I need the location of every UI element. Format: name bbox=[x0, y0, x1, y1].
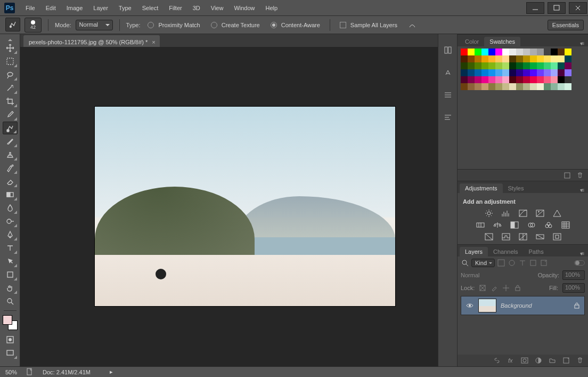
swatch[interactable] bbox=[495, 49, 502, 55]
tab-styles[interactable]: Styles bbox=[503, 183, 529, 193]
swatch[interactable] bbox=[468, 62, 475, 69]
pressure-icon[interactable] bbox=[405, 21, 420, 29]
swatch[interactable] bbox=[461, 62, 468, 69]
swatch[interactable] bbox=[523, 69, 530, 76]
dock-icon[interactable] bbox=[444, 68, 452, 78]
filter-type-icon[interactable] bbox=[518, 259, 527, 267]
toolbox-collapse[interactable] bbox=[0, 36, 20, 42]
swatch[interactable] bbox=[509, 49, 516, 55]
move-tool[interactable] bbox=[3, 42, 18, 54]
fill-input[interactable]: 100% bbox=[562, 283, 585, 293]
swatch[interactable] bbox=[558, 83, 565, 90]
swatch[interactable] bbox=[551, 62, 558, 69]
marquee-tool[interactable] bbox=[3, 55, 18, 68]
tab-channels[interactable]: Channels bbox=[488, 247, 523, 256]
swatch[interactable] bbox=[565, 62, 571, 69]
swatch[interactable] bbox=[551, 55, 558, 62]
menu-edit[interactable]: Edit bbox=[40, 2, 61, 14]
adj-threshold-icon[interactable] bbox=[518, 232, 528, 241]
close-tab-icon[interactable]: × bbox=[152, 39, 155, 45]
swatch[interactable] bbox=[544, 83, 551, 90]
swatch[interactable] bbox=[468, 69, 475, 76]
gradient-tool[interactable] bbox=[3, 188, 18, 201]
doc-size[interactable]: Doc: 2.41M/2.41M bbox=[43, 369, 91, 375]
new-swatch-icon[interactable] bbox=[564, 172, 571, 179]
current-tool-icon[interactable] bbox=[5, 18, 20, 31]
swatch[interactable] bbox=[544, 49, 551, 55]
swatch[interactable] bbox=[551, 76, 558, 83]
tab-color[interactable]: Color bbox=[460, 37, 484, 46]
swatch[interactable] bbox=[516, 49, 523, 55]
adj-balance-icon[interactable] bbox=[493, 221, 502, 229]
tab-layers[interactable]: Layers bbox=[460, 247, 488, 256]
swatch[interactable] bbox=[558, 76, 565, 83]
swatch[interactable] bbox=[516, 83, 523, 90]
swatch[interactable] bbox=[481, 62, 488, 69]
menu-image[interactable]: Image bbox=[61, 2, 88, 14]
layer-filter-kind[interactable]: Kind bbox=[471, 259, 495, 267]
foreground-color-swatch[interactable] bbox=[3, 315, 12, 325]
layer-row-background[interactable]: Background bbox=[461, 296, 585, 315]
swatch[interactable] bbox=[461, 69, 468, 76]
menu-type[interactable]: Type bbox=[113, 2, 137, 14]
swatch[interactable] bbox=[475, 55, 481, 62]
swatch[interactable] bbox=[516, 76, 523, 83]
swatch[interactable] bbox=[475, 76, 481, 83]
swatch[interactable] bbox=[495, 83, 502, 90]
swatch[interactable] bbox=[502, 69, 509, 76]
swatch[interactable] bbox=[481, 49, 488, 55]
layer-thumbnail[interactable] bbox=[478, 299, 496, 312]
swatch[interactable] bbox=[558, 62, 565, 69]
swatch[interactable] bbox=[468, 55, 475, 62]
radio-texture[interactable]: Create Texture bbox=[208, 22, 263, 28]
brush-tool[interactable] bbox=[3, 135, 18, 148]
tab-paths[interactable]: Paths bbox=[524, 247, 549, 256]
swatch[interactable] bbox=[530, 49, 537, 55]
adj-bw-icon[interactable] bbox=[510, 221, 519, 229]
workspace-switcher[interactable]: Essentials bbox=[548, 20, 584, 30]
swatch[interactable] bbox=[523, 83, 530, 90]
history-brush-tool[interactable] bbox=[3, 162, 18, 174]
swatch[interactable] bbox=[551, 69, 558, 76]
swatch[interactable] bbox=[537, 49, 544, 55]
menu-help[interactable]: Help bbox=[260, 2, 283, 14]
swatch[interactable] bbox=[537, 69, 544, 76]
swatch[interactable] bbox=[481, 55, 488, 62]
swatch[interactable] bbox=[502, 49, 509, 55]
blur-tool[interactable] bbox=[3, 202, 18, 214]
swatch[interactable] bbox=[530, 62, 537, 69]
filter-shape-icon[interactable] bbox=[529, 259, 537, 267]
swatch[interactable] bbox=[537, 62, 544, 69]
filter-smart-icon[interactable] bbox=[540, 259, 548, 267]
swatch[interactable] bbox=[475, 69, 481, 76]
swatch[interactable] bbox=[475, 49, 481, 55]
mode-dropdown[interactable]: Normal bbox=[76, 20, 113, 30]
swatch[interactable] bbox=[488, 62, 495, 69]
adj-color-lookup-icon[interactable] bbox=[561, 221, 570, 229]
delete-layer-icon[interactable] bbox=[576, 357, 584, 364]
close-button[interactable] bbox=[569, 2, 587, 14]
adj-invert-icon[interactable] bbox=[484, 232, 494, 241]
panel-menu-icon[interactable]: ▾≡ bbox=[578, 41, 588, 46]
swatch[interactable] bbox=[509, 69, 516, 76]
panel-menu-icon[interactable]: ▾≡ bbox=[578, 187, 588, 193]
blend-mode-dropdown[interactable]: Normal bbox=[461, 272, 535, 278]
crop-tool[interactable] bbox=[3, 95, 18, 108]
new-layer-icon[interactable] bbox=[562, 357, 570, 364]
swatch[interactable] bbox=[537, 76, 544, 83]
swatch[interactable] bbox=[544, 62, 551, 69]
tab-swatches[interactable]: Swatches bbox=[484, 37, 520, 46]
adj-curves-icon[interactable] bbox=[518, 209, 528, 218]
radio-content-aware[interactable]: Content-Aware bbox=[267, 22, 323, 28]
dock-icon[interactable] bbox=[444, 113, 452, 123]
swatch[interactable] bbox=[509, 62, 516, 69]
status-doc-icon[interactable] bbox=[26, 367, 34, 377]
swatch[interactable] bbox=[488, 69, 495, 76]
swatch[interactable] bbox=[495, 62, 502, 69]
adj-selective-color-icon[interactable] bbox=[552, 232, 562, 241]
adj-levels-icon[interactable] bbox=[501, 209, 511, 218]
magic-wand-tool[interactable] bbox=[3, 82, 18, 94]
swatch[interactable] bbox=[551, 49, 558, 55]
maximize-button[interactable] bbox=[548, 2, 566, 14]
dodge-tool[interactable] bbox=[3, 215, 18, 228]
